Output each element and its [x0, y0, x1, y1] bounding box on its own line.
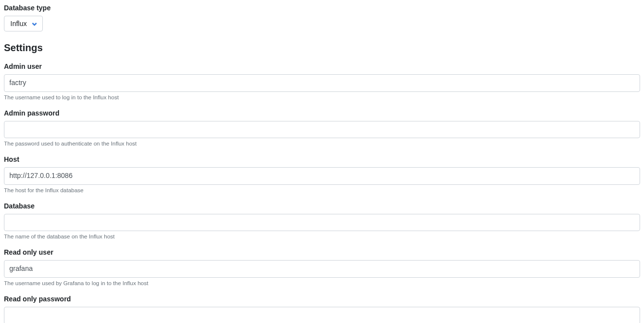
database-type-section: Database type Influx: [4, 4, 640, 33]
settings-heading: Settings: [4, 42, 640, 54]
database-group: Database The name of the database on the…: [4, 202, 640, 240]
admin-password-group: Admin password The password used to auth…: [4, 109, 640, 147]
admin-user-label: Admin user: [4, 62, 640, 70]
database-input[interactable]: [4, 214, 640, 232]
host-group: Host The host for the Influx database: [4, 155, 640, 193]
database-help: The name of the database on the Influx h…: [4, 234, 640, 239]
read-only-password-input[interactable]: [4, 307, 640, 323]
read-only-user-label: Read only user: [4, 248, 640, 256]
admin-user-input[interactable]: [4, 74, 640, 92]
read-only-user-input[interactable]: [4, 260, 640, 278]
admin-password-input[interactable]: [4, 121, 640, 139]
admin-user-help: The username used to log in to the Influ…: [4, 94, 640, 100]
host-input[interactable]: [4, 167, 640, 185]
read-only-user-help: The username used by Grafana to log in t…: [4, 280, 640, 286]
admin-password-help: The password used to authenticate on the…: [4, 141, 640, 147]
database-label: Database: [4, 202, 640, 210]
database-type-select[interactable]: Influx: [4, 16, 43, 31]
host-label: Host: [4, 155, 640, 163]
read-only-password-group: Read only password The password used by …: [4, 295, 640, 323]
database-type-label: Database type: [4, 4, 640, 12]
read-only-user-group: Read only user The username used by Graf…: [4, 248, 640, 286]
database-type-value: Influx: [10, 20, 27, 28]
read-only-password-label: Read only password: [4, 295, 640, 303]
admin-user-group: Admin user The username used to log in t…: [4, 62, 640, 100]
host-help: The host for the Influx database: [4, 187, 640, 193]
admin-password-label: Admin password: [4, 109, 640, 117]
chevron-down-icon: [31, 21, 37, 27]
